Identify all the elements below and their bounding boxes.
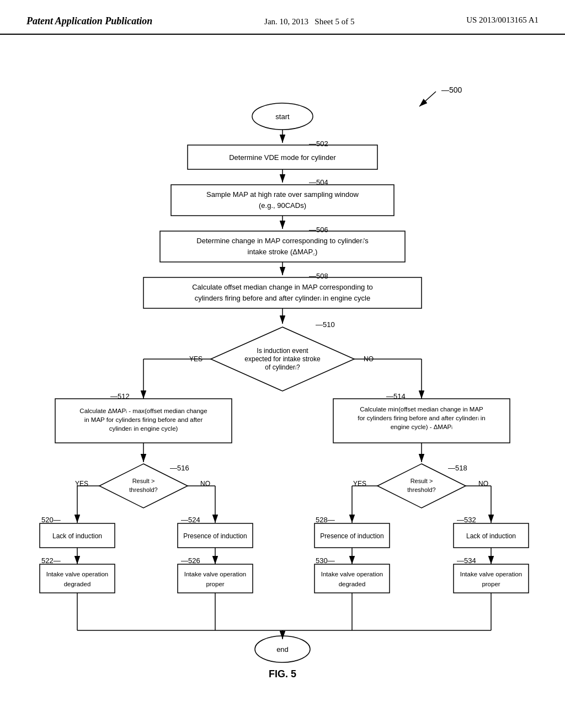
box-508-label2: cylinders firing before and after cylind…: [195, 294, 371, 302]
diagram-area: —500 start —502 Determine VDE mode for c…: [0, 35, 565, 686]
page-header: Patent Application Publication Jan. 10, …: [0, 0, 565, 35]
box-524-label: Presence of induction: [183, 532, 247, 540]
box-508: [143, 277, 422, 308]
patent-number: US 2013/0013165 A1: [466, 15, 539, 25]
box-534-label2: proper: [482, 581, 500, 587]
flowchart-svg: —500 start —502 Determine VDE mode for c…: [0, 35, 565, 686]
box-526-label2: proper: [206, 581, 224, 587]
box-532-label: Lack of induction: [466, 532, 516, 540]
box-508-label1: Calculate offset median change in MAP co…: [192, 283, 373, 291]
ref-510: —510: [316, 320, 335, 329]
box-530-label2: degraded: [339, 581, 366, 587]
no-516: NO: [200, 480, 210, 488]
box-502-label: Determine VDE mode for cylinder: [229, 153, 336, 162]
ref-528: 528—: [316, 516, 335, 524]
ref-500: —500: [441, 85, 462, 94]
ref-522: 522—: [41, 556, 61, 565]
box-512-label3: cylinderᵢ in engine cycle): [109, 425, 178, 432]
ref-500-arrow: [419, 92, 436, 106]
diamond-510-label1: Is induction event: [257, 347, 308, 355]
figure-label: FIG. 5: [269, 668, 296, 679]
box-506-label2: intake stroke (ΔMAP꜀): [248, 248, 318, 256]
diamond-518-label1: Result >: [411, 478, 433, 484]
end-label: end: [276, 645, 289, 654]
ref-526: —526: [181, 556, 200, 565]
box-514-label1: Calculate min(offset median change in MA…: [360, 406, 483, 413]
box-528-label: Presence of induction: [320, 532, 383, 540]
box-512-label2: in MAP for cylinders firing before and a…: [84, 416, 203, 423]
box-522-label2: degraded: [64, 581, 91, 587]
publication-label: Patent Application Publication: [26, 15, 152, 27]
no-518: NO: [478, 480, 488, 488]
ref-518: —518: [448, 464, 467, 472]
diamond-516-label1: Result >: [132, 478, 155, 484]
box-506: [160, 231, 405, 262]
date-sheet: Jan. 10, 2013 Sheet 5 of 5: [264, 15, 354, 28]
diamond-518-label2: threshold?: [407, 486, 435, 493]
box-534-label1: Intake valve operation: [460, 571, 523, 577]
ref-520: 520—: [41, 516, 61, 524]
box-530-label1: Intake valve operation: [321, 571, 383, 577]
box-520-label: Lack of induction: [52, 532, 102, 540]
ref-524: —524: [181, 516, 200, 524]
ref-508: —508: [309, 272, 328, 280]
diamond-510-label3: of cylinderᵢ?: [265, 363, 300, 371]
box-534: [454, 564, 529, 593]
diamond-510-label2: expected for intake stroke: [244, 355, 321, 363]
box-522: [40, 564, 115, 593]
ref-516: —516: [170, 464, 189, 472]
box-514-label2: for cylinders firing before and after cy…: [358, 415, 485, 421]
box-526: [178, 564, 253, 593]
ref-502: —502: [309, 140, 328, 148]
diamond-516-label2: threshold?: [129, 486, 157, 493]
box-504-label2: (e.g., 90CADs): [259, 201, 306, 210]
start-label: start: [275, 113, 290, 121]
ref-534: —534: [457, 556, 476, 565]
yes-518: YES: [353, 480, 366, 488]
box-504: [171, 185, 394, 216]
box-526-label1: Intake valve operation: [184, 571, 247, 577]
ref-506: —506: [309, 226, 328, 234]
box-514-label3: engine cycle) - ΔMAPᵢ: [391, 424, 453, 430]
box-504-label1: Sample MAP at high rate over sampling wi…: [206, 190, 359, 199]
ref-530: 530—: [316, 556, 335, 565]
ref-532: —532: [457, 516, 476, 524]
box-522-label1: Intake valve operation: [46, 571, 109, 577]
box-530: [315, 564, 390, 593]
box-506-label1: Determine change in MAP corresponding to…: [196, 237, 369, 245]
box-512-label1: Calculate ΔMAPᵢ - max(offset median chan…: [79, 408, 207, 414]
